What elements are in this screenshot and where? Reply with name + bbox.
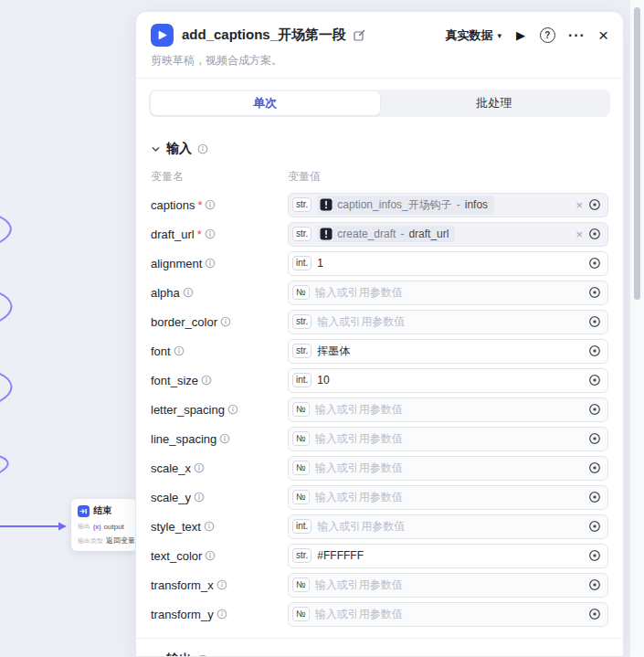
chevron-down-icon (151, 144, 161, 154)
end-node-output-label: 输出 (78, 522, 90, 531)
set-reference-icon[interactable] (588, 549, 601, 562)
source-node-icon (320, 228, 333, 240)
ref-separator: - (400, 228, 404, 240)
set-reference-icon[interactable] (588, 461, 601, 474)
variable-ref-tag[interactable]: caption_infos_开场钩子 - infos (317, 196, 494, 215)
param-value-text[interactable]: 输入或引用参数值 (317, 314, 583, 330)
info-icon (194, 492, 205, 503)
param-value-field[interactable]: int. 10 (288, 368, 608, 393)
input-param-row: captions* str. caption_infos_开场钩子 - info… (136, 190, 623, 219)
input-param-row: border_color str. 输入或引用参数值 (136, 307, 623, 336)
param-value-text[interactable]: 10 (317, 374, 583, 387)
param-value-text[interactable]: 输入或引用参数值 (315, 607, 583, 622)
param-value-text[interactable]: 输入或引用参数值 (315, 578, 583, 593)
param-value-field[interactable]: № 输入或引用参数值 (288, 456, 608, 481)
type-badge: № (292, 285, 310, 300)
param-value-field[interactable]: № 输入或引用参数值 (288, 397, 608, 422)
set-reference-icon[interactable] (588, 257, 601, 270)
info-icon (205, 258, 216, 269)
end-node-output-value: output (104, 523, 124, 531)
param-value-text[interactable]: 输入或引用参数值 (317, 519, 583, 535)
param-value-field[interactable]: № 输入或引用参数值 (288, 573, 608, 598)
param-name-text: font_size (151, 374, 198, 387)
set-reference-icon[interactable] (588, 198, 601, 211)
param-name: text_color (151, 549, 288, 563)
tab-single-run[interactable]: 单次 (151, 91, 380, 115)
type-badge: str. (292, 314, 311, 329)
type-badge: № (292, 431, 310, 446)
param-value-field[interactable]: № 输入或引用参数值 (288, 281, 608, 305)
input-param-row: font str. 挥墨体 (136, 336, 623, 366)
param-name-text: font (151, 344, 171, 358)
set-reference-icon[interactable] (588, 374, 601, 387)
more-icon[interactable]: ··· (568, 27, 586, 44)
type-badge: str. (292, 344, 311, 358)
info-icon (205, 228, 216, 239)
type-badge: № (292, 578, 310, 592)
param-value-text[interactable]: #FFFFFF (317, 549, 583, 562)
param-value-text[interactable]: 输入或引用参数值 (315, 402, 583, 418)
param-value-field[interactable]: № 输入或引用参数值 (288, 427, 608, 451)
close-icon[interactable]: × (598, 26, 608, 44)
end-node[interactable]: 结束 输出 (x) output 输出类型 返回变量 (71, 499, 137, 551)
help-icon[interactable]: ? (540, 27, 555, 43)
set-reference-icon[interactable] (588, 315, 601, 328)
param-value-field[interactable]: str. 输入或引用参数值 (288, 310, 608, 334)
info-icon (205, 550, 216, 561)
scrollbar-track[interactable] (630, 0, 644, 657)
mode-tabs: 单次 批处理 (149, 90, 610, 117)
param-value-text[interactable]: 输入或引用参数值 (315, 490, 583, 505)
param-value-field[interactable]: str. #FFFFFF (288, 544, 608, 568)
variable-ref-tag[interactable]: create_draft - draft_url (317, 226, 455, 242)
set-reference-icon[interactable] (588, 520, 601, 533)
param-value-field[interactable]: str. 挥墨体 (288, 339, 608, 364)
input-param-row: letter_spacing № 输入或引用参数值 (136, 395, 623, 424)
param-name-text: transform_y (151, 608, 214, 621)
set-reference-icon[interactable] (588, 432, 601, 445)
param-column-headers: 变量名 变量值 (136, 169, 623, 185)
param-value-field[interactable]: № 输入或引用参数值 (288, 485, 608, 510)
tab-batch[interactable]: 批处理 (380, 91, 609, 115)
node-icon (151, 24, 174, 47)
ref-area: caption_infos_开场钩子 - infos (317, 196, 570, 215)
set-reference-icon[interactable] (588, 491, 601, 503)
set-reference-icon[interactable] (588, 344, 601, 357)
input-param-row: transform_x № 输入或引用参数值 (136, 570, 623, 599)
output-section-header[interactable]: 输出 (136, 652, 623, 657)
info-icon (227, 404, 238, 415)
param-value-field[interactable]: str. create_draft - draft_url × (288, 222, 608, 247)
rename-icon[interactable] (353, 29, 365, 42)
param-value-field[interactable]: str. caption_infos_开场钩子 - infos × (288, 193, 608, 217)
param-name: style_text (151, 520, 288, 534)
clear-icon[interactable]: × (575, 199, 583, 211)
ref-area: create_draft - draft_url (317, 226, 570, 242)
node-description: 剪映草稿，视频合成方案。 (151, 53, 608, 69)
set-reference-icon[interactable] (588, 403, 601, 416)
set-reference-icon[interactable] (588, 578, 601, 591)
clear-icon[interactable]: × (575, 228, 583, 240)
scrollbar-thumb[interactable] (634, 7, 640, 300)
set-reference-icon[interactable] (588, 286, 601, 299)
param-name: border_color (151, 315, 288, 329)
type-badge: str. (292, 197, 311, 212)
info-icon (183, 287, 194, 298)
param-name: font_size (151, 374, 288, 387)
param-value-text[interactable]: 输入或引用参数值 (315, 461, 583, 476)
param-value-text[interactable]: 输入或引用参数值 (315, 285, 583, 301)
param-value-text[interactable]: 挥墨体 (317, 344, 583, 359)
info-icon (219, 433, 230, 444)
set-reference-icon[interactable] (588, 608, 601, 620)
info-icon (194, 462, 205, 473)
data-mode-dropdown[interactable]: 真实数据 ▾ (445, 27, 501, 44)
param-name: transform_y (151, 608, 288, 621)
set-reference-icon[interactable] (588, 228, 601, 240)
type-badge: № (292, 607, 310, 621)
run-button[interactable]: ▶ (516, 28, 525, 42)
input-section-header[interactable]: 输入 (136, 117, 623, 157)
param-value-field[interactable]: int. 输入或引用参数值 (288, 514, 608, 539)
param-value-field[interactable]: № 输入或引用参数值 (288, 602, 608, 627)
param-value-text[interactable]: 1 (317, 257, 583, 270)
param-value-text[interactable]: 输入或引用参数值 (315, 431, 583, 447)
param-value-field[interactable]: int. 1 (288, 251, 608, 276)
end-node-title: 结束 (93, 504, 111, 517)
